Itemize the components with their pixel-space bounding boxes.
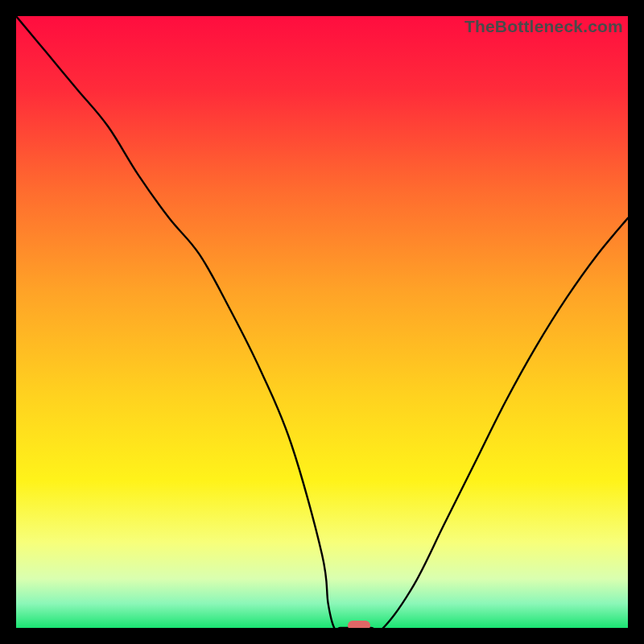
optimal-marker — [348, 621, 370, 628]
watermark-text: TheBottleneck.com — [464, 17, 623, 36]
bottleneck-curve — [16, 16, 628, 628]
chart-frame: TheBottleneck.com — [0, 0, 644, 644]
plot-area: TheBottleneck.com — [16, 16, 628, 628]
